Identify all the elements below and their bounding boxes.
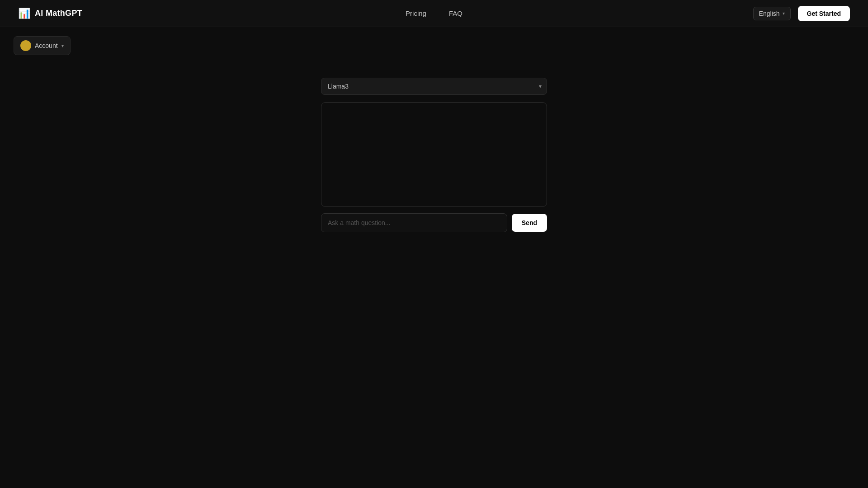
- language-selected-label: English: [759, 10, 780, 17]
- account-chevron-icon: ▾: [61, 43, 64, 48]
- account-button[interactable]: Account ▾: [14, 36, 71, 55]
- send-button[interactable]: Send: [512, 214, 547, 232]
- account-label: Account: [35, 42, 58, 49]
- logo-area: 📊 AI MathGPT: [18, 8, 82, 19]
- sub-header: Account ▾: [0, 27, 868, 64]
- nav-link-faq[interactable]: FAQ: [449, 9, 462, 17]
- logo-text: AI MathGPT: [35, 9, 82, 18]
- language-selector[interactable]: English ▾: [753, 7, 791, 20]
- get-started-button[interactable]: Get Started: [798, 6, 850, 21]
- model-selector[interactable]: Llama3 GPT-4 GPT-3.5 Claude Gemini: [321, 78, 547, 95]
- input-row: Send: [321, 213, 547, 232]
- nav-links: Pricing FAQ: [406, 9, 462, 17]
- main-content: Llama3 GPT-4 GPT-3.5 Claude Gemini ▾ Sen…: [0, 64, 868, 232]
- model-selector-container: Llama3 GPT-4 GPT-3.5 Claude Gemini ▾: [321, 78, 547, 95]
- question-input[interactable]: [321, 213, 507, 232]
- language-chevron-icon: ▾: [783, 11, 785, 16]
- navbar: 📊 AI MathGPT Pricing FAQ English ▾ Get S…: [0, 0, 868, 27]
- logo-icon: 📊: [18, 8, 30, 19]
- account-avatar: [20, 40, 31, 51]
- navbar-right: English ▾ Get Started: [753, 6, 850, 21]
- chat-area: [321, 102, 547, 207]
- nav-link-pricing[interactable]: Pricing: [406, 9, 426, 17]
